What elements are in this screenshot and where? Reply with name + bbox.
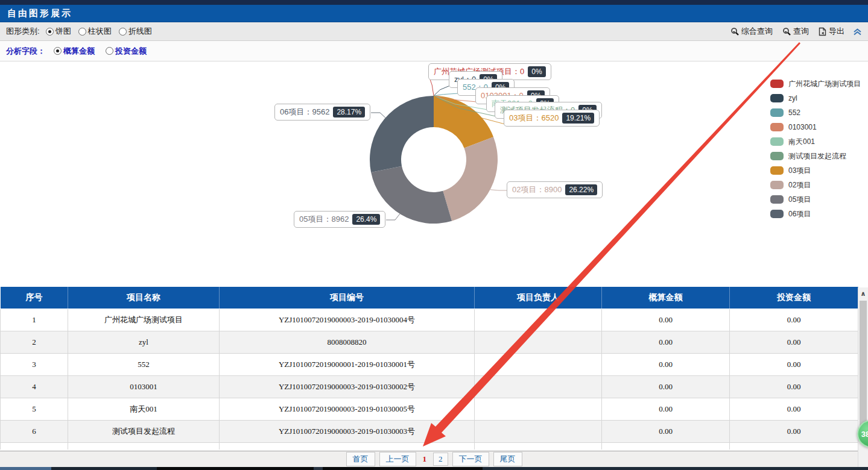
- chart-type-option-label: 折线图: [128, 26, 152, 37]
- toolbar-action-label: 综合查询: [741, 26, 773, 37]
- notification-badge-count: 38: [861, 430, 868, 439]
- table-cell: [475, 420, 602, 442]
- scrollbar-up-arrow[interactable]: ∧: [858, 287, 868, 299]
- window-top-edge: [0, 0, 868, 5]
- table-cell: YZJ1010072019000001-2019-01030001号: [220, 353, 475, 375]
- pager-last-button[interactable]: 尾页: [493, 452, 522, 466]
- toolbar-actions: 综合查询查询导出: [730, 26, 844, 37]
- page-title-bar: 自由图形展示: [0, 5, 868, 22]
- toolbar-action-2[interactable]: 导出: [819, 26, 844, 37]
- legend-item-6[interactable]: 03项目: [770, 163, 861, 178]
- legend-item-8[interactable]: 05项目: [770, 192, 861, 207]
- scrollbar-thumb[interactable]: [860, 301, 867, 427]
- table-row-2[interactable]: 2zyl80080088200.000.00: [1, 331, 858, 353]
- table-cell: 0.00: [730, 420, 858, 442]
- table-cell: [475, 442, 602, 450]
- table-cell: YZJ1010072019000003-2019-01030004号: [220, 309, 475, 331]
- table-cell: zyl: [68, 331, 220, 353]
- legend-swatch: [770, 80, 784, 88]
- legend-swatch: [770, 108, 784, 117]
- legend-item-9[interactable]: 06项目: [770, 207, 861, 221]
- table-header-row: 序号项目名称项目编号项目负责人概算金额投资金额: [1, 287, 858, 309]
- table-row-4[interactable]: 40103001YZJ1010072019000003-2019-0103000…: [1, 375, 858, 398]
- analysis-field-option-0[interactable]: 概算金额: [54, 46, 95, 57]
- table-row-1[interactable]: 1广州花城广场测试项目YZJ1010072019000003-2019-0103…: [1, 309, 858, 331]
- pager-page-1[interactable]: 1: [420, 453, 429, 465]
- table-cell: 0.00: [730, 309, 858, 331]
- pager-page-2[interactable]: 2: [433, 453, 448, 466]
- table-cell: 0.00: [730, 331, 858, 353]
- pagination-bar: 首页上一页12下一页尾页: [0, 451, 868, 467]
- legend-label: 测试项目发起流程: [788, 151, 846, 161]
- table-cell: 0.00: [602, 398, 730, 420]
- donut-chart[interactable]: [0, 61, 868, 287]
- table-cell: 测试项目发起流程: [68, 420, 220, 442]
- chart-type-label: 图形类别:: [6, 26, 40, 37]
- pie-label-9: 02项目：890026.22%: [507, 181, 603, 198]
- project-table-wrap: 序号项目名称项目编号项目负责人概算金额投资金额 1广州花城广场测试项目YZJ10…: [0, 287, 868, 450]
- toolbar-action-0[interactable]: 综合查询: [730, 26, 773, 37]
- pie-label-line: [429, 78, 434, 96]
- table-row-3[interactable]: 3552YZJ1010072019000001-2019-01030001号0.…: [1, 353, 858, 375]
- table-row-partial: [1, 442, 858, 450]
- pie-label-percent: 26.22%: [565, 184, 597, 195]
- legend-swatch: [770, 94, 784, 102]
- bottom-taskbar-edge: [0, 467, 868, 470]
- analysis-field-option-1[interactable]: 投资金额: [106, 46, 147, 57]
- chart-type-option-0[interactable]: 饼图: [46, 26, 71, 37]
- legend-label: 南天001: [788, 137, 815, 147]
- chart-type-option-2[interactable]: 折线图: [119, 26, 152, 37]
- legend-item-0[interactable]: 广州花城广场测试项目: [770, 77, 861, 91]
- pie-label-percent: 26.4%: [352, 214, 380, 225]
- radio-icon: [54, 47, 62, 55]
- pie-label-text: 06项目：9562: [280, 107, 329, 118]
- chart-type-option-1[interactable]: 柱状图: [78, 26, 112, 37]
- table-cell: [475, 309, 602, 331]
- table-cell: 3: [1, 353, 68, 375]
- pager-prev-button[interactable]: 上一页: [379, 452, 416, 466]
- collapse-panel-button[interactable]: [853, 27, 862, 36]
- table-cell: [475, 398, 602, 420]
- legend-swatch: [770, 166, 784, 175]
- radio-icon: [78, 28, 86, 36]
- legend-item-2[interactable]: 552: [770, 105, 861, 120]
- pie-slice-02项目[interactable]: [443, 137, 498, 221]
- table-header-4: 概算金额: [602, 287, 730, 309]
- table-cell: YZJ1010072019000003-2019-01030005号: [220, 398, 475, 420]
- table-cell: 4: [1, 375, 68, 398]
- analysis-field-label: 分析字段：: [6, 46, 45, 57]
- pie-label-line: [386, 214, 400, 220]
- pager-next-button[interactable]: 下一页: [452, 452, 489, 466]
- legend-label: zyl: [788, 94, 797, 102]
- table-header-3: 项目负责人: [475, 287, 602, 309]
- legend-item-5[interactable]: 测试项目发起流程: [770, 149, 861, 163]
- chart-legend: 广州花城广场测试项目zyl5520103001南天001测试项目发起流程03项目…: [770, 77, 861, 221]
- legend-label: 广州花城广场测试项目: [788, 79, 861, 89]
- table-row-6[interactable]: 6测试项目发起流程YZJ1010072019000003-2019-010300…: [1, 420, 858, 442]
- pie-slice-06项目[interactable]: [370, 96, 434, 172]
- pager-first-button[interactable]: 首页: [346, 452, 375, 466]
- legend-item-4[interactable]: 南天001: [770, 134, 861, 149]
- legend-item-3[interactable]: 0103001: [770, 120, 861, 134]
- table-cell: [475, 353, 602, 375]
- pie-label-7: 06项目：956228.17%: [274, 104, 370, 121]
- table-cell: [602, 442, 730, 450]
- legend-item-1[interactable]: zyl: [770, 91, 861, 105]
- table-cell: [730, 442, 858, 450]
- chart-type-option-label: 柱状图: [88, 26, 112, 37]
- export-icon: [819, 27, 826, 36]
- table-header-2: 项目编号: [220, 287, 475, 309]
- pie-label-line: [490, 190, 507, 190]
- table-header-1: 项目名称: [68, 287, 220, 309]
- page-title: 自由图形展示: [7, 8, 72, 19]
- toolbar: 图形类别: 饼图柱状图折线图 综合查询查询导出: [0, 22, 868, 41]
- legend-label: 552: [788, 108, 800, 117]
- search-icon: [730, 27, 739, 36]
- table-cell: 0.00: [602, 420, 730, 442]
- table-row-5[interactable]: 5南天001YZJ1010072019000003-2019-01030005号…: [1, 398, 858, 420]
- table-header-0: 序号: [1, 287, 68, 309]
- legend-item-7[interactable]: 02项目: [770, 178, 861, 192]
- toolbar-action-1[interactable]: 查询: [782, 26, 809, 37]
- table-cell: YZJ1010072019000003-2019-01030003号: [220, 420, 475, 442]
- pie-label-6: 03项目：652019.21%: [504, 110, 600, 127]
